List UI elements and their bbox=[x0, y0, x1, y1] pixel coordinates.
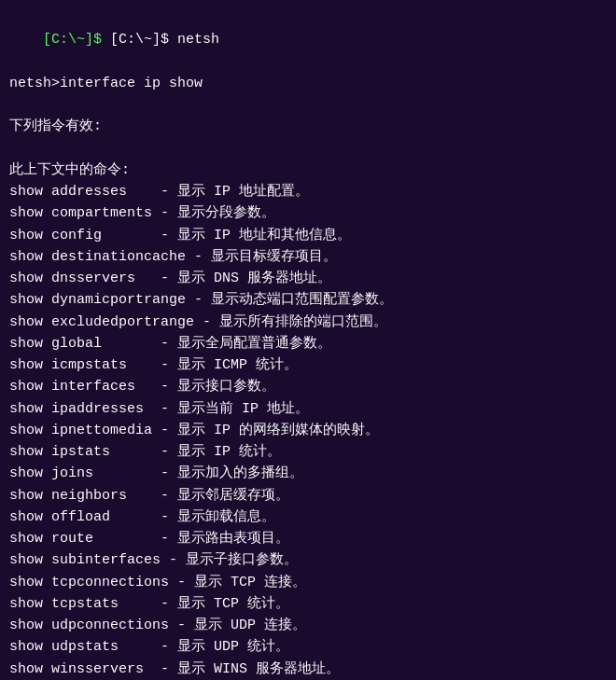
command-item: show ipaddresses - 显示当前 IP 地址。 bbox=[9, 398, 616, 420]
command-item: show tcpconnections - 显示 TCP 连接。 bbox=[9, 572, 616, 593]
command-item: show ipnettomedia - 显示 IP 的网络到媒体的映射。 bbox=[9, 420, 616, 441]
blank-1 bbox=[9, 94, 616, 116]
command-item: show route - 显示路由表项目。 bbox=[9, 528, 616, 549]
command-item: show udpstats - 显示 UDP 统计。 bbox=[9, 636, 616, 658]
command-item: show dynamicportrange - 显示动态端口范围配置参数。 bbox=[9, 289, 616, 311]
command-item: show tcpstats - 显示 TCP 统计。 bbox=[9, 593, 616, 615]
command-item: show dnsservers - 显示 DNS 服务器地址。 bbox=[9, 268, 616, 289]
command-item: show joins - 显示加入的多播组。 bbox=[9, 463, 616, 484]
command-item: show addresses - 显示 IP 地址配置。 bbox=[9, 181, 616, 202]
command-item: show interfaces - 显示接口参数。 bbox=[9, 376, 616, 397]
blank-2 bbox=[9, 138, 616, 160]
command-item: show ipstats - 显示 IP 统计。 bbox=[9, 441, 616, 463]
command-item: show subinterfaces - 显示子接口参数。 bbox=[9, 549, 616, 571]
command-item: show icmpstats - 显示 ICMP 统计。 bbox=[9, 354, 616, 376]
command-item: show compartments - 显示分段参数。 bbox=[9, 202, 616, 224]
prompt-prefix: [C:\~]$ bbox=[43, 32, 110, 48]
command-item: show offload - 显示卸载信息。 bbox=[9, 507, 616, 528]
command-item: show excludedportrange - 显示所有排除的端口范围。 bbox=[9, 312, 616, 333]
command-item: show winsservers - 显示 WINS 服务器地址。 bbox=[9, 659, 616, 680]
heading-context: 此上下文中的命令: bbox=[9, 160, 616, 181]
heading-valid: 下列指令有效: bbox=[9, 116, 616, 137]
command-item: show destinationcache - 显示目标缓存项目。 bbox=[9, 246, 616, 268]
commands-list: show addresses - 显示 IP 地址配置。show compart… bbox=[9, 181, 616, 680]
command-item: show udpconnections - 显示 UDP 连接。 bbox=[9, 615, 616, 636]
prompt-command: [C:\~]$ netsh bbox=[110, 32, 219, 48]
prompt-line: [C:\~]$ [C:\~]$ netsh bbox=[9, 7, 616, 73]
command-item: show neighbors - 显示邻居缓存项。 bbox=[9, 485, 616, 507]
command-item: show global - 显示全局配置普通参数。 bbox=[9, 333, 616, 354]
command-item: show config - 显示 IP 地址和其他信息。 bbox=[9, 225, 616, 246]
command-line: netsh>interface ip show bbox=[9, 73, 616, 94]
terminal-window: [C:\~]$ [C:\~]$ netsh netsh>interface ip… bbox=[9, 7, 616, 680]
